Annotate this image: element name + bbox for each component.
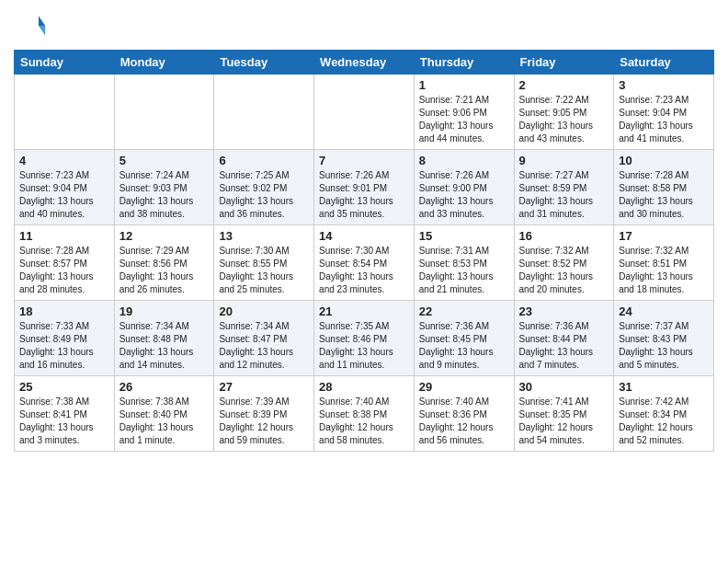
day-number: 6 [219,154,309,167]
day-number: 18 [19,304,109,318]
day-info: Sunrise: 7:27 AM Sunset: 8:59 PM Dayligh… [519,169,609,221]
day-info: Sunrise: 7:37 AM Sunset: 8:43 PM Dayligh… [619,320,709,372]
calendar-week-3: 11Sunrise: 7:28 AM Sunset: 8:57 PM Dayli… [15,225,714,301]
page: SundayMondayTuesdayWednesdayThursdayFrid… [0,0,728,563]
day-info: Sunrise: 7:38 AM Sunset: 8:41 PM Dayligh… [19,396,109,447]
day-number: 28 [319,380,409,394]
weekday-header-sunday: Sunday [15,51,115,75]
calendar-cell: 5Sunrise: 7:24 AM Sunset: 9:03 PM Daylig… [114,150,214,225]
calendar-cell: 27Sunrise: 7:39 AM Sunset: 8:39 PM Dayli… [214,376,314,452]
day-info: Sunrise: 7:34 AM Sunset: 8:47 PM Dayligh… [219,320,309,372]
calendar-cell: 7Sunrise: 7:26 AM Sunset: 9:01 PM Daylig… [314,150,415,225]
day-number: 19 [119,304,210,318]
calendar-cell: 30Sunrise: 7:41 AM Sunset: 8:35 PM Dayli… [514,376,614,452]
day-info: Sunrise: 7:38 AM Sunset: 8:40 PM Dayligh… [119,396,210,447]
calendar-cell: 14Sunrise: 7:30 AM Sunset: 8:54 PM Dayli… [314,225,415,301]
day-info: Sunrise: 7:29 AM Sunset: 8:56 PM Dayligh… [119,245,210,296]
calendar-cell: 29Sunrise: 7:40 AM Sunset: 8:36 PM Dayli… [414,376,514,452]
day-number: 21 [319,304,409,318]
day-info: Sunrise: 7:25 AM Sunset: 9:02 PM Dayligh… [219,169,309,221]
day-info: Sunrise: 7:36 AM Sunset: 8:45 PM Dayligh… [419,320,509,372]
day-number: 14 [319,229,409,243]
calendar-cell: 11Sunrise: 7:28 AM Sunset: 8:57 PM Dayli… [15,225,115,301]
logo-icon [14,9,47,42]
calendar-cell: 19Sunrise: 7:34 AM Sunset: 8:48 PM Dayli… [114,301,214,376]
day-info: Sunrise: 7:42 AM Sunset: 8:34 PM Dayligh… [619,396,709,447]
day-info: Sunrise: 7:41 AM Sunset: 8:35 PM Dayligh… [519,396,609,447]
day-number: 12 [119,229,210,243]
day-number: 9 [519,154,609,167]
calendar-cell: 17Sunrise: 7:32 AM Sunset: 8:51 PM Dayli… [614,225,714,301]
calendar-cell: 9Sunrise: 7:27 AM Sunset: 8:59 PM Daylig… [514,150,614,225]
day-number: 31 [619,380,709,394]
day-number: 4 [19,154,109,167]
day-info: Sunrise: 7:22 AM Sunset: 9:05 PM Dayligh… [519,94,609,145]
day-info: Sunrise: 7:34 AM Sunset: 8:48 PM Dayligh… [119,320,210,372]
day-info: Sunrise: 7:23 AM Sunset: 9:04 PM Dayligh… [19,169,109,221]
day-number: 29 [419,380,509,394]
calendar-cell [314,75,415,150]
day-info: Sunrise: 7:31 AM Sunset: 8:53 PM Dayligh… [419,245,509,296]
day-number: 11 [19,229,109,243]
day-info: Sunrise: 7:26 AM Sunset: 9:01 PM Dayligh… [319,169,409,221]
day-info: Sunrise: 7:28 AM Sunset: 8:57 PM Dayligh… [19,245,109,296]
day-number: 30 [519,380,609,394]
calendar-cell: 10Sunrise: 7:28 AM Sunset: 8:58 PM Dayli… [614,150,714,225]
day-number: 10 [619,154,709,167]
calendar-cell: 3Sunrise: 7:23 AM Sunset: 9:04 PM Daylig… [614,75,714,150]
day-number: 2 [519,78,609,92]
day-info: Sunrise: 7:33 AM Sunset: 8:49 PM Dayligh… [19,320,109,372]
weekday-header-wednesday: Wednesday [314,51,415,75]
day-number: 8 [419,154,509,167]
day-info: Sunrise: 7:39 AM Sunset: 8:39 PM Dayligh… [219,396,309,447]
day-number: 25 [19,380,109,394]
calendar-cell: 16Sunrise: 7:32 AM Sunset: 8:52 PM Dayli… [514,225,614,301]
calendar-cell: 15Sunrise: 7:31 AM Sunset: 8:53 PM Dayli… [414,225,514,301]
day-info: Sunrise: 7:28 AM Sunset: 8:58 PM Dayligh… [619,169,709,221]
weekday-header-saturday: Saturday [614,51,714,75]
calendar-cell: 28Sunrise: 7:40 AM Sunset: 8:38 PM Dayli… [314,376,415,452]
calendar-cell: 24Sunrise: 7:37 AM Sunset: 8:43 PM Dayli… [614,301,714,376]
header [14,9,714,42]
calendar-cell: 21Sunrise: 7:35 AM Sunset: 8:46 PM Dayli… [314,301,415,376]
calendar-week-5: 25Sunrise: 7:38 AM Sunset: 8:41 PM Dayli… [15,376,714,452]
day-info: Sunrise: 7:23 AM Sunset: 9:04 PM Dayligh… [619,94,709,145]
day-info: Sunrise: 7:30 AM Sunset: 8:55 PM Dayligh… [219,245,309,296]
calendar-cell: 25Sunrise: 7:38 AM Sunset: 8:41 PM Dayli… [15,376,115,452]
calendar-header-row: SundayMondayTuesdayWednesdayThursdayFrid… [15,51,714,75]
day-number: 27 [219,380,309,394]
calendar-cell: 18Sunrise: 7:33 AM Sunset: 8:49 PM Dayli… [15,301,115,376]
day-number: 16 [519,229,609,243]
day-number: 3 [619,78,709,92]
calendar-cell: 4Sunrise: 7:23 AM Sunset: 9:04 PM Daylig… [15,150,115,225]
day-info: Sunrise: 7:30 AM Sunset: 8:54 PM Dayligh… [319,245,409,296]
day-info: Sunrise: 7:40 AM Sunset: 8:36 PM Dayligh… [419,396,509,447]
day-number: 22 [419,304,509,318]
calendar-week-1: 1Sunrise: 7:21 AM Sunset: 9:06 PM Daylig… [15,75,714,150]
logo [14,9,51,42]
day-number: 20 [219,304,309,318]
calendar-cell: 2Sunrise: 7:22 AM Sunset: 9:05 PM Daylig… [514,75,614,150]
calendar-cell: 20Sunrise: 7:34 AM Sunset: 8:47 PM Dayli… [214,301,314,376]
day-number: 13 [219,229,309,243]
calendar-week-2: 4Sunrise: 7:23 AM Sunset: 9:04 PM Daylig… [15,150,714,225]
day-info: Sunrise: 7:32 AM Sunset: 8:52 PM Dayligh… [519,245,609,296]
calendar-week-4: 18Sunrise: 7:33 AM Sunset: 8:49 PM Dayli… [15,301,714,376]
calendar-cell [114,75,214,150]
weekday-header-monday: Monday [114,51,214,75]
calendar-cell: 13Sunrise: 7:30 AM Sunset: 8:55 PM Dayli… [214,225,314,301]
day-number: 23 [519,304,609,318]
day-number: 17 [619,229,709,243]
weekday-header-thursday: Thursday [414,51,514,75]
day-number: 1 [419,78,509,92]
calendar-cell [214,75,314,150]
calendar-cell: 22Sunrise: 7:36 AM Sunset: 8:45 PM Dayli… [414,301,514,376]
day-info: Sunrise: 7:21 AM Sunset: 9:06 PM Dayligh… [419,94,509,145]
day-number: 26 [119,380,210,394]
day-number: 5 [119,154,210,167]
calendar: SundayMondayTuesdayWednesdayThursdayFrid… [14,50,714,452]
day-info: Sunrise: 7:36 AM Sunset: 8:44 PM Dayligh… [519,320,609,372]
calendar-cell: 1Sunrise: 7:21 AM Sunset: 9:06 PM Daylig… [414,75,514,150]
day-info: Sunrise: 7:40 AM Sunset: 8:38 PM Dayligh… [319,396,409,447]
calendar-cell: 26Sunrise: 7:38 AM Sunset: 8:40 PM Dayli… [114,376,214,452]
